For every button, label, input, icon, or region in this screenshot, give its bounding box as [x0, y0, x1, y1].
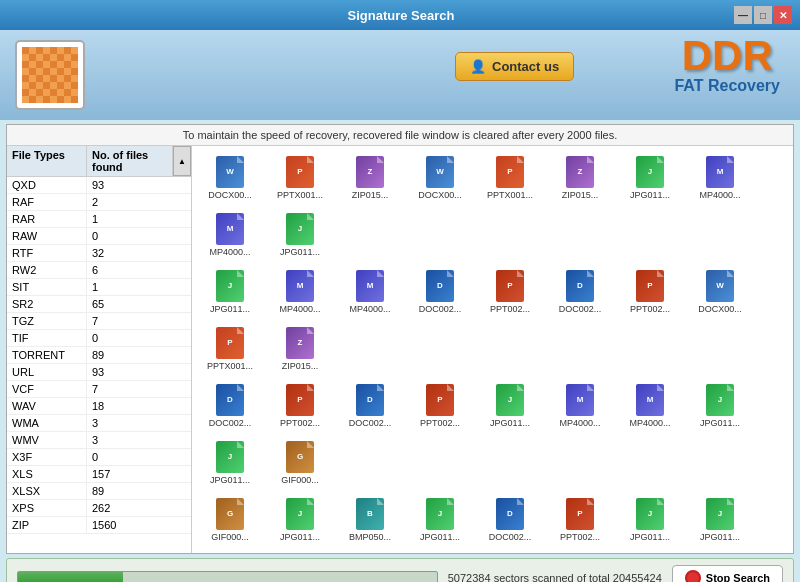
file-item[interactable]: D DOC002... — [406, 264, 474, 319]
file-item[interactable]: J JPG011... — [196, 549, 264, 553]
file-type-row[interactable]: RTF32 — [7, 245, 191, 262]
file-item[interactable]: W DOCX00... — [406, 150, 474, 205]
file-item[interactable]: D DOC002... — [196, 378, 264, 433]
file-type-icon: J — [494, 384, 526, 416]
file-item[interactable]: J JPG011... — [616, 150, 684, 205]
file-type-row[interactable]: SIT1 — [7, 279, 191, 296]
file-type-icon: M — [704, 156, 736, 188]
jpg-icon: J — [706, 384, 734, 416]
doc-icon: D — [496, 498, 524, 530]
file-type-row[interactable]: QXD93 — [7, 177, 191, 194]
file-item[interactable]: P PPTX001... — [196, 321, 264, 376]
file-type-row[interactable]: TORRENT89 — [7, 347, 191, 364]
file-type-row[interactable]: RAR1 — [7, 211, 191, 228]
file-row: D DOC002... P PPT002... D DOC002... P — [196, 378, 789, 490]
title-bar: Signature Search — □ ✕ — [0, 0, 800, 30]
file-item[interactable]: D DOC002... — [546, 264, 614, 319]
progress-row: 5072384 sectors scanned of total 2045542… — [17, 565, 783, 582]
file-type-row[interactable]: XLS157 — [7, 466, 191, 483]
file-item[interactable]: D DOC002... — [476, 492, 544, 547]
file-type-row[interactable]: X3F0 — [7, 449, 191, 466]
file-item[interactable]: W DOCX00... — [196, 150, 264, 205]
file-type-row[interactable]: VCF7 — [7, 381, 191, 398]
file-label: BMP050... — [349, 532, 391, 542]
minimize-button[interactable]: — — [734, 6, 752, 24]
file-item[interactable]: P PPT002... — [406, 378, 474, 433]
header: 👤 Contact us DDR FAT Recovery — [0, 30, 800, 120]
file-item[interactable]: M MP4000... — [616, 378, 684, 433]
scroll-up-button[interactable]: ▲ — [173, 146, 191, 176]
file-label: PPT002... — [490, 304, 530, 314]
file-item[interactable]: B BMP050... — [336, 492, 404, 547]
file-type-row[interactable]: RAW0 — [7, 228, 191, 245]
file-item[interactable]: J JPG011... — [196, 435, 264, 490]
file-item[interactable]: G GIF000... — [196, 492, 264, 547]
file-type-row[interactable]: SR265 — [7, 296, 191, 313]
file-item[interactable]: J JPG011... — [686, 492, 754, 547]
file-item[interactable]: Z ZIP015... — [266, 321, 334, 376]
file-types-panel: File Types No. of files found ▲ QXD93RAF… — [7, 146, 192, 553]
file-types-list[interactable]: QXD93RAF2RAR1RAW0RTF32RW26SIT1SR265TGZ7T… — [7, 177, 191, 553]
file-type-row[interactable]: XLSX89 — [7, 483, 191, 500]
jpg-icon: J — [216, 441, 244, 473]
file-type-name: XPS — [7, 500, 87, 516]
file-item[interactable]: J JPG011... — [266, 549, 334, 553]
stop-search-button[interactable]: Stop Search — [672, 565, 783, 582]
file-item[interactable]: J JPG011... — [476, 378, 544, 433]
file-item[interactable]: P PPT002... — [476, 264, 544, 319]
file-type-icon: P — [634, 270, 666, 302]
file-item[interactable]: P PPT002... — [616, 264, 684, 319]
file-item[interactable]: J JPG011... — [406, 492, 474, 547]
maximize-button[interactable]: □ — [754, 6, 772, 24]
file-label: JPG011... — [630, 532, 670, 542]
file-type-name: XLSX — [7, 483, 87, 499]
file-item[interactable]: J JPG011... — [196, 264, 264, 319]
file-type-row[interactable]: TGZ7 — [7, 313, 191, 330]
file-type-name: TIF — [7, 330, 87, 346]
file-item[interactable]: M MP4000... — [546, 378, 614, 433]
file-item[interactable]: M MP4000... — [336, 264, 404, 319]
file-item[interactable]: M MP4000... — [686, 150, 754, 205]
file-item[interactable]: P PPTX001... — [476, 150, 544, 205]
window-title: Signature Search — [68, 8, 734, 23]
file-label: JPG011... — [420, 532, 460, 542]
file-item[interactable]: W DOCX00... — [686, 264, 754, 319]
file-type-row[interactable]: RAF2 — [7, 194, 191, 211]
file-type-row[interactable]: XPS262 — [7, 500, 191, 517]
file-item[interactable]: J JPG011... — [266, 492, 334, 547]
file-item[interactable]: D DOC002... — [336, 378, 404, 433]
file-type-count: 6 — [87, 262, 191, 278]
file-item[interactable]: J JPG011... — [616, 492, 684, 547]
file-item[interactable]: G GIF000... — [266, 435, 334, 490]
file-item[interactable]: M MP4000... — [196, 207, 264, 262]
ddr-text: DDR — [674, 35, 780, 77]
ppt-icon: P — [566, 498, 594, 530]
file-type-row[interactable]: TIF0 — [7, 330, 191, 347]
file-item[interactable]: P PPTX001... — [266, 150, 334, 205]
contact-us-button[interactable]: 👤 Contact us — [455, 52, 574, 81]
col-file-types: File Types — [7, 146, 87, 176]
close-button[interactable]: ✕ — [774, 6, 792, 24]
file-label: JPG011... — [490, 418, 530, 428]
file-label: JPG011... — [210, 304, 250, 314]
file-type-row[interactable]: ZIP1560 — [7, 517, 191, 534]
file-type-row[interactable]: WMV3 — [7, 432, 191, 449]
file-item[interactable]: J JPG011... — [686, 378, 754, 433]
file-item[interactable]: Z ZIP015... — [336, 150, 404, 205]
file-type-icon: M — [634, 384, 666, 416]
file-type-row[interactable]: URL93 — [7, 364, 191, 381]
file-grid-panel[interactable]: W DOCX00... P PPTX001... Z ZIP015... W — [192, 146, 793, 553]
file-label: PPT002... — [280, 418, 320, 428]
file-type-count: 93 — [87, 364, 191, 380]
file-item[interactable]: M MP4000... — [266, 264, 334, 319]
stop-icon — [685, 570, 701, 582]
file-item[interactable]: P PPT002... — [546, 492, 614, 547]
file-item[interactable]: J JPG011... — [266, 207, 334, 262]
file-type-icon: D — [494, 498, 526, 530]
file-type-row[interactable]: WAV18 — [7, 398, 191, 415]
file-type-row[interactable]: WMA3 — [7, 415, 191, 432]
file-item[interactable]: Z ZIP015... — [546, 150, 614, 205]
file-type-row[interactable]: RW26 — [7, 262, 191, 279]
file-item[interactable]: P PPT002... — [266, 378, 334, 433]
file-label: JPG011... — [700, 532, 740, 542]
